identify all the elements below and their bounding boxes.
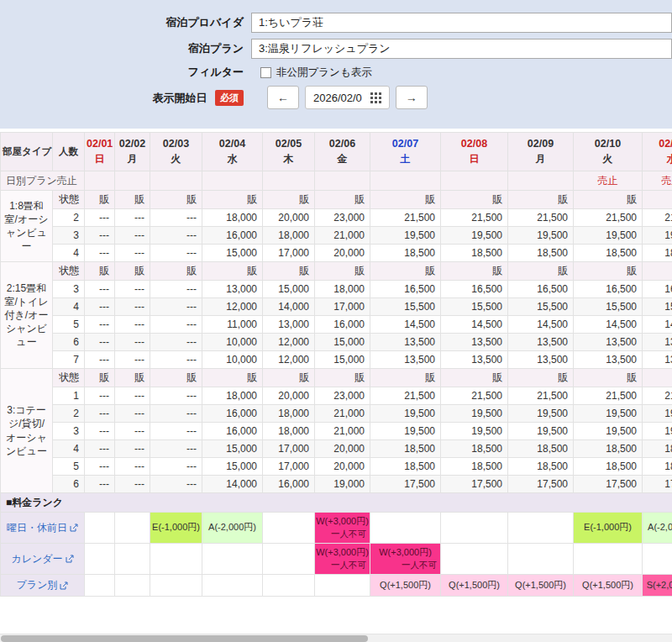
price-cell: 18,500 — [574, 245, 643, 262]
price-cell: --- — [150, 245, 202, 262]
status-cell: 販 — [85, 369, 115, 387]
required-badge: 必須 — [215, 90, 244, 106]
people-count-cell: 5 — [53, 316, 85, 334]
status-cell: 販 — [441, 262, 508, 281]
next-day-button[interactable]: → — [396, 86, 428, 109]
status-cell: 販 — [315, 191, 370, 209]
status-cell: 販 — [441, 369, 508, 387]
price-cell: 17,500 — [643, 476, 672, 493]
prev-day-button[interactable]: ← — [267, 86, 299, 109]
status-cell: 販 — [150, 262, 202, 281]
price-cell: 18,000 — [263, 405, 315, 423]
price-cell: 16,000 — [263, 476, 315, 493]
price-cell: 18,500 — [370, 440, 441, 458]
price-cell: 13,000 — [202, 281, 263, 298]
daily-stop-cell — [202, 171, 263, 191]
price-cell: 21,500 — [508, 387, 574, 405]
price-cell: 18,500 — [441, 458, 508, 476]
price-cell: --- — [85, 334, 115, 351]
price-cell: 19,500 — [643, 227, 672, 245]
status-cell: 販 — [370, 262, 441, 281]
rank-link-0[interactable]: 曜日・休前日 — [7, 521, 78, 535]
price-cell: 13,500 — [508, 334, 574, 351]
price-cell: 14,500 — [574, 316, 643, 334]
price-cell: 19,500 — [441, 227, 508, 245]
price-cell: --- — [85, 245, 115, 262]
price-cell: --- — [150, 440, 202, 458]
price-cell: 18,500 — [441, 245, 508, 262]
price-cell: 13,500 — [441, 334, 508, 351]
rank-link-2[interactable]: プラン別 — [17, 578, 69, 592]
price-cell: 15,000 — [315, 351, 370, 369]
plan-select[interactable]: 3:温泉リフレッシュプラン — [251, 39, 672, 59]
rank-cell — [263, 513, 315, 544]
people-count-cell: 6 — [53, 334, 85, 351]
price-cell: 15,000 — [202, 440, 263, 458]
horizontal-scrollbar[interactable] — [0, 634, 672, 642]
price-cell: 15,500 — [441, 298, 508, 316]
price-cell: --- — [85, 440, 115, 458]
private-plans-toggle[interactable]: 非公開プランも表示 — [260, 66, 372, 80]
room-name-2: 2:15畳和室/トイレ付き/オーシャンビュー — [1, 262, 53, 369]
price-cell: 21,500 — [441, 209, 508, 227]
price-cell: --- — [150, 387, 202, 405]
price-cell: 20,000 — [263, 387, 315, 405]
rate-table: 部屋タイプ人数02/01日02/02月02/03火02/04水02/05木02/… — [0, 132, 672, 597]
price-cell: --- — [115, 209, 150, 227]
price-cell: 14,000 — [263, 298, 315, 316]
search-form: 宿泊プロバイダ 1:ちいプラ荘 宿泊プラン 3:温泉リフレッシュプラン フィルタ… — [0, 0, 672, 129]
price-cell: --- — [85, 209, 115, 227]
rank-row-label: 曜日・休前日 — [1, 513, 85, 544]
plan-value: 3:温泉リフレッシュプラン — [259, 41, 391, 56]
price-cell: --- — [85, 298, 115, 316]
private-plans-checkbox[interactable] — [260, 67, 271, 78]
price-cell: 13,000 — [263, 316, 315, 334]
date-display-box[interactable]: 2026/02/0 — [305, 86, 390, 109]
scrollbar-thumb[interactable] — [1, 635, 368, 642]
status-cell: 販 — [85, 191, 115, 209]
price-cell: 14,500 — [441, 316, 508, 334]
price-cell: --- — [85, 476, 115, 493]
calendar-grid-icon[interactable] — [370, 92, 381, 103]
provider-select[interactable]: 1:ちいプラ荘 — [251, 13, 672, 33]
status-cell: 販 — [202, 191, 263, 209]
price-cell: 21,500 — [643, 209, 672, 227]
price-cell: 16,500 — [370, 281, 441, 298]
price-cell: --- — [150, 334, 202, 351]
price-cell: 13,500 — [574, 334, 643, 351]
price-cell: 21,500 — [643, 387, 672, 405]
price-cell: 20,000 — [315, 458, 370, 476]
price-cell: --- — [115, 440, 150, 458]
price-cell: 19,500 — [370, 227, 441, 245]
date-header-02/03: 02/03火 — [150, 133, 202, 171]
price-cell: 17,000 — [263, 440, 315, 458]
price-cell: 15,000 — [263, 281, 315, 298]
price-cell: 19,500 — [441, 423, 508, 440]
status-cell: 販 — [315, 369, 370, 387]
price-cell: 16,000 — [202, 227, 263, 245]
date-header-02/05: 02/05木 — [263, 133, 315, 171]
status-cell: 販 — [441, 191, 508, 209]
rate-table-viewport[interactable]: 部屋タイプ人数02/01日02/02月02/03火02/04水02/05木02/… — [0, 132, 672, 597]
status-cell: 販 — [574, 191, 643, 209]
price-cell: --- — [115, 334, 150, 351]
price-cell: 19,500 — [508, 423, 574, 440]
price-cell: 21,500 — [574, 209, 643, 227]
rank-cell — [643, 544, 672, 575]
price-cell: 20,000 — [315, 245, 370, 262]
rank-row-label: プラン別 — [1, 575, 85, 597]
rank-cell — [115, 513, 150, 544]
price-cell: 13,500 — [643, 334, 672, 351]
rank-link-1[interactable]: カレンダー — [11, 552, 73, 566]
price-cell: 23,000 — [315, 209, 370, 227]
price-cell: --- — [150, 423, 202, 440]
price-cell: 16,000 — [202, 423, 263, 440]
price-cell: 14,500 — [370, 316, 441, 334]
price-cell: 15,500 — [643, 298, 672, 316]
rank-cell: W(+3,000円)一人不可 — [370, 544, 441, 575]
price-cell: 18,000 — [315, 281, 370, 298]
price-cell: --- — [85, 405, 115, 423]
status-cell: 販 — [370, 191, 441, 209]
rank-row-label: カレンダー — [1, 544, 85, 575]
price-cell: 21,000 — [315, 405, 370, 423]
